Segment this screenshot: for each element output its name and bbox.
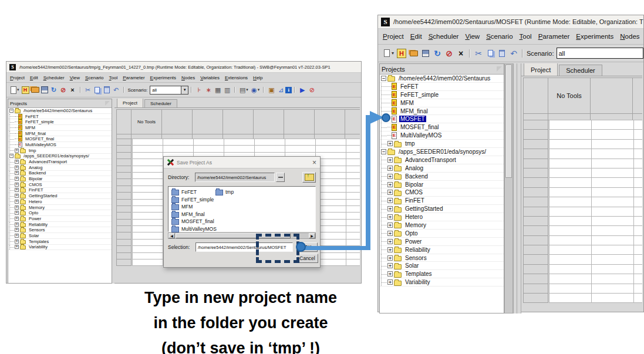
stop-icon[interactable]: ⊘ bbox=[307, 85, 316, 95]
experiment-cell[interactable] bbox=[633, 159, 642, 168]
row-header-cell[interactable] bbox=[523, 177, 548, 187]
experiment-cell[interactable] bbox=[591, 187, 634, 197]
expand-icon[interactable]: + bbox=[387, 263, 393, 268]
experiment-cell[interactable] bbox=[549, 159, 592, 168]
expand-icon[interactable]: + bbox=[387, 190, 393, 195]
experiment-cell[interactable] bbox=[591, 274, 634, 284]
tree-item[interactable]: +GettingStarted bbox=[8, 193, 112, 199]
tree-scrollbar[interactable] bbox=[504, 63, 513, 313]
row-header-cell[interactable] bbox=[523, 159, 548, 168]
save-project-icon[interactable] bbox=[40, 85, 49, 95]
menu-scenario[interactable]: Scenario bbox=[85, 75, 104, 80]
cut-icon[interactable]: ✂ bbox=[83, 85, 93, 95]
paste-icon[interactable] bbox=[102, 85, 112, 95]
tree-item[interactable]: +FinFET bbox=[8, 188, 112, 194]
tree-item[interactable]: EMultiValleyMOS bbox=[8, 142, 112, 148]
menu-parameter[interactable]: Parameter bbox=[538, 33, 570, 40]
refresh-icon[interactable]: ↻ bbox=[49, 85, 59, 95]
tab-project[interactable]: Project bbox=[524, 63, 558, 76]
folder-list-item[interactable]: FeFET_simple bbox=[171, 196, 217, 204]
expand-icon[interactable]: + bbox=[15, 200, 19, 204]
tree-item[interactable]: +AdvancedTransport bbox=[8, 159, 112, 165]
row-header-cell[interactable] bbox=[523, 264, 548, 274]
expand-icon[interactable]: + bbox=[387, 198, 393, 203]
experiment-cell[interactable] bbox=[549, 120, 592, 130]
row-header-cell[interactable] bbox=[523, 274, 548, 284]
tree-item[interactable]: −/home/ee5442/imem002/Sentaurus bbox=[380, 75, 504, 83]
tree-item[interactable]: +Backend bbox=[380, 173, 504, 181]
experiment-cell[interactable] bbox=[591, 235, 634, 245]
tree-item[interactable]: EMFM bbox=[380, 99, 504, 107]
experiment-cell[interactable] bbox=[633, 216, 642, 226]
row-header-cell[interactable] bbox=[523, 207, 548, 217]
expand-icon[interactable]: + bbox=[15, 149, 19, 153]
experiment-cell[interactable] bbox=[549, 225, 592, 235]
expand-icon[interactable]: + bbox=[15, 234, 19, 238]
tree-item[interactable]: +tmp bbox=[8, 148, 112, 154]
undo-icon[interactable]: ↶ bbox=[112, 85, 121, 95]
copy-icon[interactable] bbox=[93, 85, 102, 95]
menu-tool[interactable]: Tool bbox=[520, 33, 532, 40]
new-project-icon[interactable]: H bbox=[22, 86, 29, 94]
expand-icon[interactable]: + bbox=[387, 206, 393, 211]
experiment-cell[interactable] bbox=[633, 274, 642, 284]
tree-item[interactable]: +tmp bbox=[380, 140, 504, 148]
dropdown-caret-icon[interactable]: ▾ bbox=[17, 87, 19, 92]
tree-item[interactable]: +AdvancedTransport bbox=[380, 156, 504, 164]
tree-item[interactable]: +CMOS bbox=[380, 188, 504, 197]
tree-item[interactable]: +Opto bbox=[380, 230, 504, 238]
menu-nodes[interactable]: Nodes bbox=[620, 33, 639, 40]
expand-icon[interactable]: + bbox=[15, 166, 19, 170]
tree-item[interactable]: +Bipolar bbox=[380, 181, 504, 189]
experiment-cell[interactable] bbox=[633, 245, 642, 255]
panel-collapse-icon[interactable] bbox=[497, 66, 502, 72]
tree-item[interactable]: EFeFET_simple bbox=[380, 91, 504, 99]
experiment-cell[interactable] bbox=[549, 264, 592, 274]
abort-icon[interactable]: ⊘ bbox=[443, 48, 455, 59]
experiment-cell[interactable] bbox=[633, 197, 642, 207]
tree-item[interactable]: +CMOS bbox=[8, 182, 112, 188]
menu-parameter[interactable]: Parameter bbox=[123, 75, 144, 80]
tree-item[interactable]: +Power bbox=[8, 216, 112, 222]
folder-list-item[interactable]: MFM bbox=[171, 203, 217, 211]
chart-icon[interactable]: ⊿ bbox=[276, 85, 285, 95]
scrollbar-thumb[interactable] bbox=[505, 65, 512, 178]
folder-list-item[interactable]: FeFET bbox=[171, 188, 217, 196]
expand-icon[interactable]: + bbox=[387, 271, 393, 277]
row-header-cell[interactable] bbox=[523, 235, 548, 245]
tree-item[interactable]: EMFM_final bbox=[380, 107, 504, 116]
experiment-cell[interactable] bbox=[549, 254, 592, 264]
tree-item[interactable]: +Memory bbox=[8, 205, 112, 211]
scroll-right-icon[interactable]: ▶ bbox=[309, 233, 315, 238]
experiment-cell[interactable] bbox=[591, 129, 634, 139]
menu-experiments[interactable]: Experiments bbox=[150, 75, 176, 80]
table-view-icon[interactable]: ▦ bbox=[213, 85, 222, 95]
tree-item[interactable]: +Variability bbox=[8, 245, 112, 251]
collapse-icon[interactable]: − bbox=[381, 76, 386, 81]
expand-icon[interactable]: + bbox=[15, 222, 19, 227]
tree-item[interactable]: +Hetero bbox=[380, 213, 504, 221]
experiment-cell[interactable] bbox=[591, 149, 634, 159]
experiment-cell[interactable] bbox=[549, 177, 592, 187]
save-project-icon[interactable] bbox=[420, 48, 431, 59]
tree-item[interactable]: EMFM bbox=[8, 125, 112, 131]
tree-item[interactable]: EMOSFET_final bbox=[380, 123, 504, 132]
row-header-cell[interactable] bbox=[523, 284, 548, 294]
menu-view[interactable]: View bbox=[70, 75, 80, 80]
folder-list-item[interactable]: MultiValleyMOS bbox=[171, 225, 217, 233]
tree-item[interactable]: EMOSFET bbox=[380, 115, 504, 123]
paste-icon[interactable] bbox=[496, 48, 508, 59]
menu-extensions[interactable]: Extensions bbox=[225, 75, 248, 80]
expand-icon[interactable]: + bbox=[387, 141, 393, 146]
tree-item[interactable]: +Analog bbox=[380, 164, 504, 173]
new-project-icon[interactable]: H bbox=[397, 49, 406, 58]
row-header-cell[interactable] bbox=[116, 259, 132, 266]
expand-icon[interactable]: + bbox=[387, 157, 393, 163]
toolbox-icon[interactable]: ▣ bbox=[267, 85, 276, 95]
tree-item[interactable]: +Power bbox=[380, 238, 504, 246]
experiment-cell[interactable] bbox=[549, 129, 592, 139]
menu-edit[interactable]: Edit bbox=[410, 33, 422, 40]
experiment-cell[interactable] bbox=[633, 207, 642, 217]
up-directory-button[interactable] bbox=[302, 172, 316, 183]
menu-edit[interactable]: Edit bbox=[30, 75, 38, 80]
